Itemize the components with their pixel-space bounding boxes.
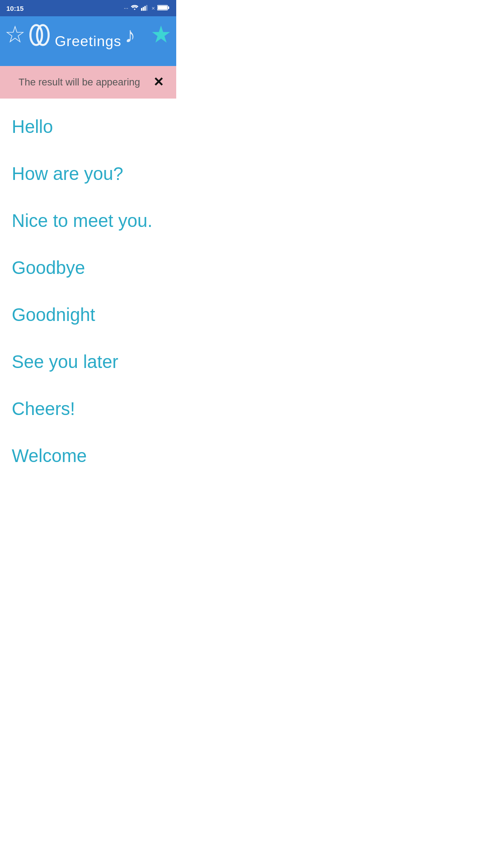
list-item[interactable]: Goodbye [0,244,176,291]
signal-x-icon: ✕ [151,6,155,11]
list-item[interactable]: Welcome [0,432,176,479]
svg-rect-3 [146,5,147,11]
result-banner: The result will be appearing ✕ [0,66,176,99]
app-header: ☆ Greetings ♪ ★ [0,16,176,66]
list-item[interactable]: Cheers! [0,385,176,432]
banner-text: The result will be appearing [9,76,150,88]
status-icons: ··· ✕ [124,5,170,12]
dots-icon: ··· [124,5,128,11]
star-right-icon: ★ [150,21,172,48]
list-item[interactable]: Goodnight [0,291,176,338]
list-item[interactable]: Hello [0,103,176,150]
list-item[interactable]: Nice to meet you. [0,197,176,244]
svg-rect-5 [168,6,169,9]
app-title: Greetings [55,33,122,50]
wifi-icon [131,5,139,12]
logo-icon [27,23,52,53]
signal-icon [141,5,149,12]
svg-rect-0 [141,8,142,10]
svg-rect-2 [145,6,146,11]
battery-icon [157,5,170,12]
list-item[interactable]: How are you? [0,150,176,197]
svg-rect-1 [143,7,144,10]
status-time: 10:15 [6,5,23,12]
close-banner-button[interactable]: ✕ [150,74,167,90]
svg-rect-6 [158,5,167,9]
status-bar: 10:15 ··· ✕ [0,0,176,16]
greetings-list: HelloHow are you?Nice to meet you.Goodby… [0,99,176,484]
star-left-icon: ☆ [5,21,26,48]
music-note-icon: ♪ [125,23,136,47]
list-item[interactable]: See you later [0,338,176,385]
